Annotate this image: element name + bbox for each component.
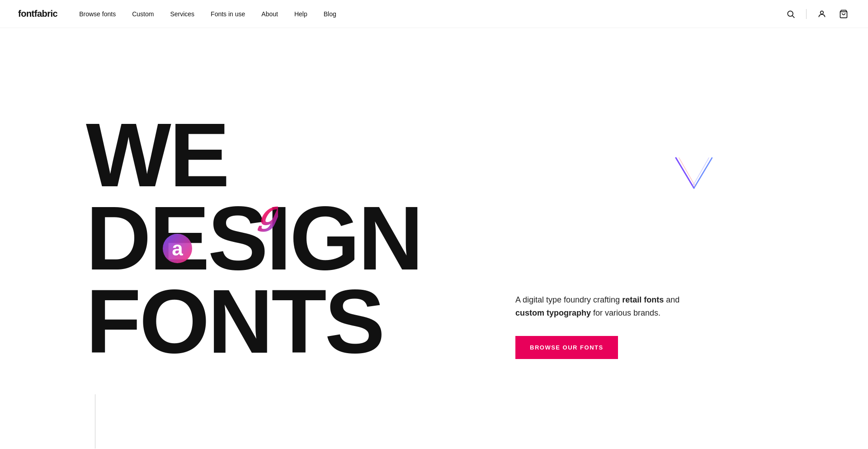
cart-icon bbox=[839, 9, 848, 19]
user-account-button[interactable] bbox=[816, 8, 828, 20]
user-icon bbox=[817, 9, 826, 19]
description-bold2: custom typography bbox=[515, 308, 591, 317]
main-nav: fontfabric Browse fonts Custom Services … bbox=[0, 0, 868, 28]
browse-fonts-cta[interactable]: BROWSE OUR FONTS bbox=[515, 336, 618, 359]
deco-v-glyph bbox=[674, 156, 714, 194]
nav-browse-fonts[interactable]: Browse fonts bbox=[79, 10, 116, 18]
svg-point-2 bbox=[821, 11, 824, 14]
hero-headline-block: WE DESIGN FONTS bbox=[86, 113, 422, 363]
svg-line-1 bbox=[793, 15, 795, 18]
vertical-line-decoration bbox=[95, 394, 95, 449]
hero-right-area: A digital type foundry crafting retail f… bbox=[391, 56, 868, 449]
deco-letter-g: 𝑔 bbox=[258, 195, 278, 232]
description-bold1: retail fonts bbox=[622, 295, 664, 304]
nav-blog[interactable]: Blog bbox=[324, 10, 336, 18]
hero-description: A digital type foundry crafting retail f… bbox=[515, 293, 705, 320]
nav-custom[interactable]: Custom bbox=[132, 10, 154, 18]
hero-content-area: A digital type foundry crafting retail f… bbox=[515, 293, 705, 359]
svg-point-0 bbox=[788, 11, 793, 16]
nav-about[interactable]: About bbox=[261, 10, 278, 18]
nav-divider bbox=[806, 9, 807, 19]
headline-line3: FONTS bbox=[86, 280, 422, 363]
headline-line2: DESIGN bbox=[86, 197, 422, 280]
description-part3: for various brands. bbox=[591, 308, 660, 317]
nav-services[interactable]: Services bbox=[170, 10, 194, 18]
hero-headline: WE DESIGN FONTS bbox=[86, 113, 422, 363]
description-part2: and bbox=[664, 295, 679, 304]
nav-fonts-in-use[interactable]: Fonts in use bbox=[211, 10, 245, 18]
cart-button[interactable] bbox=[837, 8, 850, 20]
hero-section: t WE DESIGN FONTS 𝑔 a A dig bbox=[0, 28, 868, 449]
deco-letter-t: t bbox=[0, 181, 0, 224]
nav-links: Browse fonts Custom Services Fonts in us… bbox=[79, 10, 784, 18]
description-part1: A digital type foundry crafting bbox=[515, 295, 622, 304]
deco-letter-a: a bbox=[163, 234, 192, 263]
headline-line1: WE bbox=[86, 113, 422, 197]
search-icon bbox=[786, 9, 795, 19]
site-logo[interactable]: fontfabric bbox=[18, 9, 57, 19]
search-button[interactable] bbox=[784, 8, 797, 20]
nav-help[interactable]: Help bbox=[294, 10, 307, 18]
nav-actions bbox=[784, 8, 850, 20]
v-glyph-svg bbox=[674, 156, 714, 192]
